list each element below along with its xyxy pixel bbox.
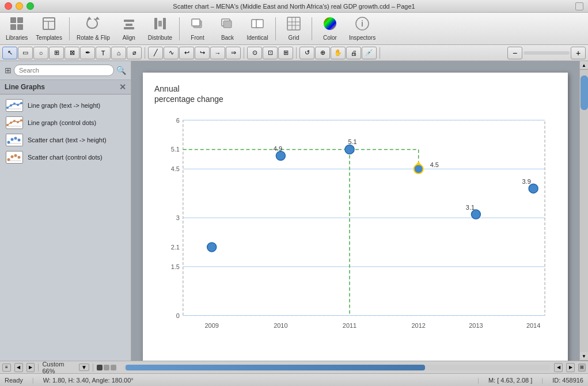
close-button[interactable] bbox=[5, 2, 12, 10]
main-area: ⊞ 🔍 Line Graphs ✕ bbox=[0, 61, 588, 361]
redo-btn[interactable]: ↪ bbox=[195, 47, 210, 59]
scroll-up-btn[interactable]: ▲ bbox=[580, 61, 589, 70]
scroll-thumb[interactable] bbox=[581, 75, 588, 110]
sidebar-item-0[interactable]: Line graph (text -> height) bbox=[0, 97, 131, 114]
fit-btn[interactable]: ⊡ bbox=[263, 47, 278, 59]
zoom-slider[interactable] bbox=[523, 51, 570, 55]
svg-text:i: i bbox=[361, 19, 363, 28]
connect-tool-btn[interactable]: ⌂ bbox=[111, 47, 126, 59]
rotate-btn[interactable]: ↺ bbox=[299, 47, 314, 59]
svg-text:2010: 2010 bbox=[274, 323, 287, 330]
toolbar-libraries[interactable]: Libraries bbox=[2, 14, 31, 43]
sidebar-item-3[interactable]: Scatter chart (control dots) bbox=[0, 149, 131, 166]
svg-point-37 bbox=[10, 122, 12, 124]
progress-bar bbox=[126, 365, 425, 370]
text-tool-btn[interactable]: T bbox=[96, 47, 111, 59]
svg-text:0: 0 bbox=[176, 312, 180, 319]
page-dot-2[interactable] bbox=[104, 365, 109, 370]
grid-label: Grid bbox=[289, 35, 299, 41]
toolbar-color[interactable]: Color bbox=[316, 14, 344, 43]
zoom-controls: − + bbox=[507, 47, 586, 59]
svg-point-36 bbox=[6, 124, 9, 126]
toolbar-rotate-flip[interactable]: Rotate & Flip bbox=[73, 14, 113, 43]
svg-text:2013: 2013 bbox=[469, 323, 483, 330]
sidebar-thumb-0 bbox=[6, 99, 23, 112]
pen-tool-btn[interactable]: ✒ bbox=[80, 47, 95, 59]
arrow-tool-btn[interactable]: → bbox=[210, 47, 225, 59]
svg-point-40 bbox=[20, 119, 22, 122]
sidebar-close-btn[interactable]: ✕ bbox=[119, 82, 126, 92]
oval-tool-btn[interactable]: ○ bbox=[33, 47, 48, 59]
undo-btn[interactable]: ↩ bbox=[179, 47, 194, 59]
back-icon bbox=[220, 16, 235, 33]
line-tool-btn[interactable]: ╱ bbox=[148, 47, 163, 59]
window-resize-button[interactable] bbox=[575, 2, 583, 10]
svg-point-75 bbox=[276, 151, 285, 160]
page-dot-3[interactable] bbox=[111, 365, 116, 370]
page-dot-1[interactable] bbox=[97, 365, 103, 370]
scroll-track[interactable] bbox=[580, 70, 588, 352]
scroll-right-btn[interactable]: ▶ bbox=[566, 363, 575, 372]
print-btn[interactable]: 🖨 bbox=[346, 47, 361, 59]
svg-rect-1 bbox=[17, 17, 23, 23]
more-btn[interactable]: ⊞ bbox=[578, 364, 586, 372]
grid-view-btn[interactable]: ⊞ bbox=[5, 66, 12, 75]
svg-marker-7 bbox=[87, 17, 92, 20]
svg-text:5.1: 5.1 bbox=[348, 138, 356, 145]
color-icon bbox=[323, 16, 337, 33]
hand-btn[interactable]: ✋ bbox=[331, 47, 346, 59]
sidebar-thumb-2 bbox=[6, 134, 23, 146]
toolbar-front[interactable]: Front bbox=[183, 14, 212, 43]
search-input[interactable] bbox=[14, 65, 114, 76]
toolbar-align[interactable]: Align bbox=[115, 14, 143, 43]
zoom-in-btn[interactable]: ⊕ bbox=[315, 47, 330, 59]
line2-tool-btn[interactable]: ⇒ bbox=[226, 47, 241, 59]
minimize-button[interactable] bbox=[16, 2, 23, 10]
svg-rect-0 bbox=[10, 17, 16, 23]
svg-point-47 bbox=[7, 158, 10, 161]
next-page-btn[interactable]: ▶ bbox=[26, 363, 35, 372]
svg-text:4.5: 4.5 bbox=[171, 165, 180, 172]
grid-icon bbox=[286, 16, 301, 33]
zoom-view-btn[interactable]: ⊙ bbox=[247, 47, 262, 59]
toolbar-identical[interactable]: Identical bbox=[243, 14, 272, 43]
sidebar-item-1[interactable]: Line graph (control dots) bbox=[0, 114, 131, 131]
toolbar-distribute[interactable]: Distribute bbox=[145, 14, 176, 43]
svg-rect-11 bbox=[124, 27, 134, 29]
rect-tool-btn[interactable]: ▭ bbox=[18, 47, 33, 59]
zoom-out-btn[interactable]: − bbox=[507, 47, 522, 59]
svg-rect-16 bbox=[192, 19, 200, 26]
scroll-down-btn[interactable]: ▼ bbox=[580, 352, 589, 361]
search-icon[interactable]: 🔍 bbox=[116, 66, 126, 75]
toolbar-back[interactable]: Back bbox=[213, 14, 242, 43]
svg-rect-3 bbox=[17, 24, 23, 30]
prev-page-btn[interactable]: ◀ bbox=[14, 363, 23, 372]
page-menu-btn[interactable]: ≡ bbox=[2, 364, 11, 372]
zoom-in-btn2[interactable]: + bbox=[571, 47, 586, 59]
select-tools: ↖ ▭ ○ ⊞ ⊠ ✒ T ⌂ ⌀ bbox=[2, 47, 142, 59]
table-tool-btn[interactable]: ⊞ bbox=[49, 47, 64, 59]
svg-point-48 bbox=[11, 156, 14, 158]
scrollbar-vertical[interactable]: ▲ ▼ bbox=[579, 61, 588, 361]
tools-divider-3 bbox=[296, 47, 297, 59]
tools-divider-4 bbox=[380, 47, 380, 59]
toolbar-grid[interactable]: Grid bbox=[279, 14, 308, 43]
bezier-tool-btn[interactable]: ⌀ bbox=[127, 47, 142, 59]
zoom-menu-btn[interactable]: ▼ bbox=[79, 364, 89, 371]
canvas-area[interactable]: Annual percentage change bbox=[131, 61, 579, 361]
svg-point-38 bbox=[13, 120, 16, 122]
arc-tool-btn[interactable]: ∿ bbox=[164, 47, 179, 59]
chart-title-line2: percentage change bbox=[154, 94, 556, 104]
select-tool-btn[interactable]: ↖ bbox=[2, 47, 17, 59]
full-btn[interactable]: ⊞ bbox=[278, 47, 293, 59]
eyedrop-btn[interactable]: 💉 bbox=[362, 47, 377, 59]
toolbar-templates[interactable]: Templates bbox=[32, 14, 66, 43]
sidebar-thumb-3 bbox=[6, 151, 23, 164]
svg-point-33 bbox=[17, 104, 19, 106]
scroll-left-btn[interactable]: ◀ bbox=[554, 363, 563, 372]
statusbar-separator2: | bbox=[477, 377, 479, 384]
maximize-button[interactable] bbox=[26, 2, 34, 10]
crop-tool-btn[interactable]: ⊠ bbox=[65, 47, 79, 59]
sidebar-item-2[interactable]: Scatter chart (text -> height) bbox=[0, 131, 131, 149]
toolbar-inspectors[interactable]: i Inspectors bbox=[346, 14, 379, 43]
